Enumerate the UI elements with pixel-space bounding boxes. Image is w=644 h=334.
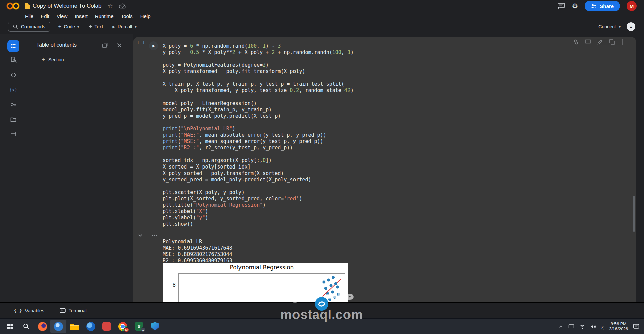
code-line[interactable]: X_poly_sorted = poly.transform(X_sorted) (163, 170, 354, 177)
code-line[interactable]: plt.xlabel("X") (163, 208, 354, 215)
connect-button[interactable]: Connect ▾ (598, 24, 621, 29)
share-button[interactable]: Share (585, 1, 620, 11)
comment-icon[interactable] (557, 2, 565, 10)
link-icon[interactable] (573, 39, 579, 45)
menu-tools[interactable]: Tools (117, 13, 137, 19)
red-app-icon[interactable] (99, 320, 115, 333)
variables-panel-button[interactable]: { } Variables (14, 308, 44, 313)
run-cell-button[interactable]: ▶ (149, 41, 158, 50)
clock-time: 8:56 PM (609, 322, 628, 327)
code-line[interactable]: plt.plot(X_sorted, y_sorted_pred, color=… (163, 196, 354, 202)
taskbar-clock[interactable]: 8:56 PM 3/16/2026 (609, 322, 628, 332)
terminal-icon (60, 308, 66, 313)
code-line[interactable]: ​ (163, 119, 354, 126)
run-all-button[interactable]: ▶ Run all ▾ (111, 24, 138, 29)
more-vert-icon[interactable] (621, 39, 623, 45)
action-center-icon[interactable] (633, 324, 639, 329)
mirror-cell-icon[interactable] (609, 39, 615, 45)
code-line[interactable]: print("MAE:", mean_absolute_error(y_test… (163, 132, 354, 138)
code-editor[interactable]: X_poly = 6 * np.random.rand(100, 1) - 3y… (163, 43, 354, 227)
excel-icon[interactable]: X 1 (131, 320, 147, 333)
code-line[interactable]: sorted_idx = np.argsort(X_poly[:,0]) (163, 157, 354, 164)
code-line[interactable]: ​ (163, 151, 354, 157)
colab-logo-icon[interactable] (6, 2, 20, 10)
code-line[interactable]: X_poly_transformed, y_poly, test_size=0.… (163, 87, 354, 94)
menu-help[interactable]: Help (137, 13, 154, 19)
display-icon[interactable] (568, 324, 574, 329)
add-text-label: Text (94, 24, 103, 29)
code-line[interactable]: poly = PolynomialFeatures(degree=2) (163, 62, 354, 68)
sidebar-item-secrets[interactable] (7, 98, 20, 111)
network-icon[interactable] (579, 324, 585, 329)
open-in-tab-icon[interactable] (102, 43, 108, 48)
sidebar-item-find-replace[interactable] (7, 53, 20, 66)
menu-file[interactable]: File (21, 13, 37, 19)
code-line[interactable]: X_poly_transformed = poly.fit_transform(… (163, 68, 354, 75)
code-line[interactable]: print("MSE:", mean_squared_error(y_test_… (163, 138, 354, 145)
menu-edit[interactable]: Edit (37, 13, 53, 19)
edit-pencil-icon[interactable] (597, 39, 603, 45)
code-line[interactable]: ​ (163, 56, 354, 62)
notebook-title[interactable]: Copy of Welcome To Colab (33, 3, 101, 9)
menu-runtime[interactable]: Runtime (91, 13, 117, 19)
taskbar-search-button[interactable] (18, 320, 34, 333)
active-browser-icon[interactable] (50, 320, 66, 333)
sidebar-item-variables[interactable]: {x} (7, 83, 20, 96)
star-icon[interactable]: ☆ (107, 2, 113, 10)
volume-icon[interactable] (590, 324, 596, 329)
add-comment-icon[interactable] (585, 39, 591, 45)
code-line[interactable]: model_poly.fit(X_train_p, y_train_p) (163, 107, 354, 113)
collapse-output-icon[interactable] (138, 232, 143, 238)
collapse-header-button[interactable]: ▴ (627, 22, 635, 31)
menu-view[interactable]: View (53, 13, 71, 19)
code-line[interactable]: ​ (163, 183, 354, 189)
header-actions: ⚙ Share M (557, 1, 644, 11)
add-text-button[interactable]: + Text (88, 23, 105, 30)
add-code-button[interactable]: + Code ▾ (57, 23, 81, 30)
variables-label: Variables (25, 308, 44, 313)
code-line[interactable]: plt.show() (163, 221, 354, 227)
file-explorer-icon[interactable] (66, 320, 83, 333)
toc-add-section-button[interactable]: + Section (42, 56, 64, 63)
code-line[interactable]: X_sorted = X_poly[sorted_idx] (163, 164, 354, 170)
clock-date: 3/16/2026 (609, 327, 628, 332)
sidebar-item-table-view[interactable] (7, 127, 20, 141)
code-line[interactable]: y_pred_p = model_poly.predict(X_test_p) (163, 113, 354, 119)
code-line[interactable]: plt.ylabel("y") (163, 215, 354, 221)
close-icon[interactable] (117, 43, 122, 48)
sidebar-item-table-of-contents[interactable] (7, 40, 19, 52)
sidebar-item-files[interactable] (7, 113, 20, 126)
code-line[interactable]: ​ (163, 75, 354, 81)
menu-insert[interactable]: Insert (71, 13, 91, 19)
code-line[interactable]: X_train_p, X_test_p, y_train_p, y_test_p… (163, 81, 354, 87)
terminal-label: Terminal (69, 308, 87, 313)
plus-icon: + (89, 23, 92, 30)
commands-button[interactable]: Commands (8, 22, 50, 32)
firefox-icon[interactable] (34, 320, 50, 333)
code-line[interactable]: plt.scatter(X_poly, y_poly) (163, 189, 354, 196)
shield-app-icon[interactable] (147, 320, 163, 333)
blue-app-icon[interactable] (83, 320, 99, 333)
sidebar-item-code-snippets[interactable] (7, 68, 20, 82)
code-line[interactable]: print("\nPolynomial LR") (163, 126, 354, 132)
app-header: Copy of Welcome To Colab ☆ ⚙ (0, 0, 644, 12)
code-line[interactable]: ​ (163, 94, 354, 100)
connect-label: Connect (598, 24, 616, 29)
code-line[interactable]: print("R2 :", r2_score(y_test_p, y_pred_… (163, 145, 354, 151)
code-line[interactable]: plt.title("Polynomial Regression") (163, 202, 354, 208)
settings-gear-icon[interactable]: ⚙ (572, 2, 578, 10)
chrome-icon[interactable]: M (115, 320, 131, 333)
start-button[interactable] (2, 320, 18, 333)
hidden-icons-chevron[interactable] (558, 324, 563, 329)
account-avatar[interactable]: M (627, 1, 637, 11)
code-line[interactable]: model_poly = LinearRegression() (163, 100, 354, 107)
cell-execution-count: [ ] (137, 40, 145, 45)
notebook-scrollbar[interactable] (633, 196, 635, 232)
input-language-indicator[interactable]: ع (601, 324, 604, 329)
output-more-icon[interactable] (152, 234, 158, 236)
code-line[interactable]: y_poly = 0.5 * X_poly**2 + X_poly + 2 + … (163, 49, 354, 56)
terminal-panel-button[interactable]: Terminal (60, 308, 87, 313)
code-line[interactable]: X_poly = 6 * np.random.rand(100, 1) - 3 (163, 43, 354, 49)
code-line[interactable]: y_sorted_pred = model_poly.predict(X_pol… (163, 177, 354, 183)
svg-text:8: 8 (172, 282, 176, 288)
